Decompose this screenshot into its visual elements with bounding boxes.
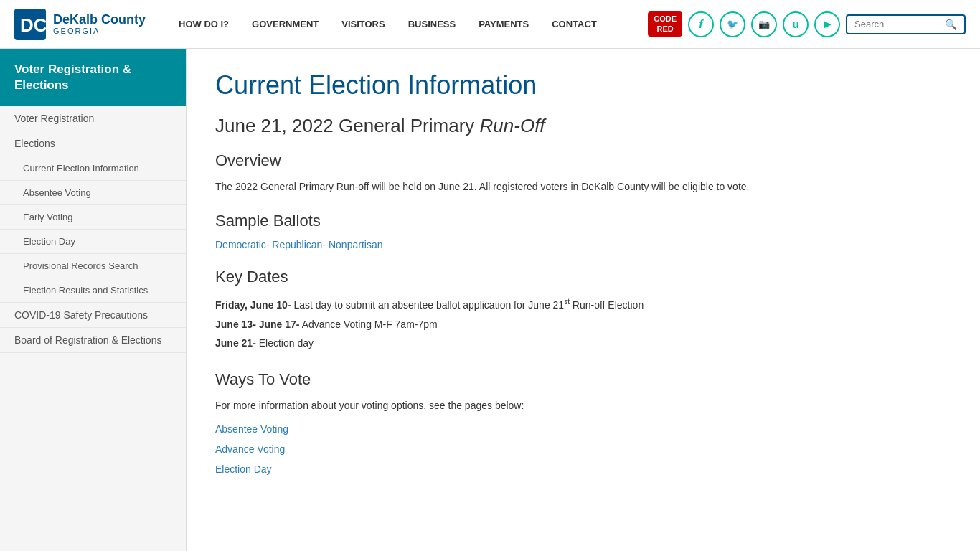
nav-business[interactable]: BUSINESS bbox=[397, 19, 467, 29]
dc-logo-icon: DC bbox=[14, 9, 46, 40]
key-date-2: June 13- June 17- Advance Voting M-F 7am… bbox=[215, 315, 804, 334]
header-right-area: CODE RED f 🐦 📷 u ▶ 🔍 bbox=[648, 11, 966, 37]
sidebar-item-voter-registration[interactable]: Voter Registration bbox=[0, 106, 186, 131]
election-title-italic: Run-Off bbox=[480, 115, 545, 136]
key-dates-heading: Key Dates bbox=[215, 268, 804, 286]
nav-visitors[interactable]: VISITORS bbox=[330, 19, 396, 29]
key-dates-section: Key Dates Friday, June 10- Last day to s… bbox=[215, 268, 804, 352]
svg-text:DC: DC bbox=[20, 14, 46, 36]
key-date-1: Friday, June 10- Last day to submit an a… bbox=[215, 295, 804, 314]
nextdoor-icon[interactable]: u bbox=[783, 11, 809, 37]
overview-heading: Overview bbox=[215, 151, 804, 170]
nav-contact[interactable]: CONTACT bbox=[540, 19, 608, 29]
logo-text-block: DeKalb County GEORGIA bbox=[53, 13, 146, 36]
page-title: Current Election Information bbox=[215, 70, 804, 100]
code-red-button[interactable]: CODE RED bbox=[648, 11, 682, 36]
logo-link[interactable]: DC DeKalb County GEORGIA bbox=[14, 9, 146, 40]
sidebar-item-board[interactable]: Board of Registration & Elections bbox=[0, 328, 186, 353]
key-date-2-bold: June 13- June 17- bbox=[215, 319, 300, 330]
logo-state-name: GEORGIA bbox=[53, 27, 146, 35]
sidebar-item-current-election[interactable]: Current Election Information bbox=[0, 156, 186, 181]
search-icon: 🔍 bbox=[945, 19, 957, 30]
search-input[interactable] bbox=[854, 19, 941, 29]
sidebar-header[interactable]: Voter Registration & Elections bbox=[0, 49, 186, 106]
nav-payments[interactable]: PAYMENTS bbox=[467, 19, 540, 29]
ballot-link-republican[interactable]: Republican- bbox=[269, 239, 326, 250]
key-date-sup: st bbox=[564, 298, 570, 306]
sidebar-item-covid[interactable]: COVID-19 Safety Precautions bbox=[0, 303, 186, 328]
ballot-link-democratic[interactable]: Democratic- bbox=[215, 239, 269, 250]
key-date-3: June 21- Election day bbox=[215, 334, 804, 353]
ways-to-vote-heading: Ways To Vote bbox=[215, 370, 804, 389]
key-date-1-text: Last day to submit an absentee ballot ap… bbox=[293, 299, 644, 311]
ways-to-vote-section: Ways To Vote For more information about … bbox=[215, 370, 804, 479]
youtube-icon[interactable]: ▶ bbox=[814, 11, 840, 37]
facebook-icon[interactable]: f bbox=[688, 11, 714, 37]
nav-government[interactable]: GOVERNMENT bbox=[240, 19, 330, 29]
search-box[interactable]: 🔍 bbox=[846, 14, 966, 34]
main-navigation: HOW DO I? GOVERNMENT VISITORS BUSINESS P… bbox=[167, 19, 648, 29]
sidebar: Voter Registration & Elections Voter Reg… bbox=[0, 49, 187, 551]
ballot-link-nonpartisan[interactable]: Nonpartisan bbox=[326, 239, 382, 250]
sidebar-item-early-voting[interactable]: Early Voting bbox=[0, 205, 186, 230]
sidebar-item-election-results[interactable]: Election Results and Statistics bbox=[0, 278, 186, 303]
election-title: June 21, 2022 General Primary Run-Off bbox=[215, 115, 804, 137]
sidebar-item-elections[interactable]: Elections bbox=[0, 131, 186, 156]
sidebar-item-provisional-records[interactable]: Provisional Records Search bbox=[0, 254, 186, 278]
sidebar-item-election-day[interactable]: Election Day bbox=[0, 230, 186, 254]
overview-text: The 2022 General Primary Run-off will be… bbox=[215, 179, 804, 194]
page-layout: Voter Registration & Elections Voter Reg… bbox=[0, 49, 980, 551]
sample-ballots-heading: Sample Ballots bbox=[215, 212, 804, 230]
overview-section: Overview The 2022 General Primary Run-of… bbox=[215, 151, 804, 194]
main-content: Current Election Information June 21, 20… bbox=[187, 49, 832, 551]
election-title-normal: June 21, 2022 General Primary bbox=[215, 115, 480, 136]
key-date-1-bold: Friday, June 10- bbox=[215, 299, 291, 311]
ways-link-advance[interactable]: Advance Voting bbox=[215, 439, 804, 459]
ways-link-absentee[interactable]: Absentee Voting bbox=[215, 419, 804, 439]
logo-county-name: DeKalb County bbox=[53, 13, 146, 27]
twitter-icon[interactable]: 🐦 bbox=[720, 11, 745, 37]
ways-link-election-day[interactable]: Election Day bbox=[215, 459, 804, 479]
sidebar-item-absentee-voting[interactable]: Absentee Voting bbox=[0, 181, 186, 205]
ways-links: Absentee Voting Advance Voting Election … bbox=[215, 419, 804, 479]
sample-ballots-section: Sample Ballots Democratic- Republican- N… bbox=[215, 212, 804, 250]
key-date-3-text: Election day bbox=[259, 337, 314, 349]
site-header: DC DeKalb County GEORGIA HOW DO I? GOVER… bbox=[0, 0, 980, 49]
instagram-icon[interactable]: 📷 bbox=[751, 11, 777, 37]
key-date-2-text: Advance Voting M-F 7am-7pm bbox=[302, 319, 438, 330]
key-date-3-bold: June 21- bbox=[215, 337, 256, 349]
ballot-links: Democratic- Republican- Nonpartisan bbox=[215, 239, 804, 250]
ways-intro-text: For more information about your voting o… bbox=[215, 397, 804, 413]
nav-how-do-i[interactable]: HOW DO I? bbox=[167, 19, 240, 29]
